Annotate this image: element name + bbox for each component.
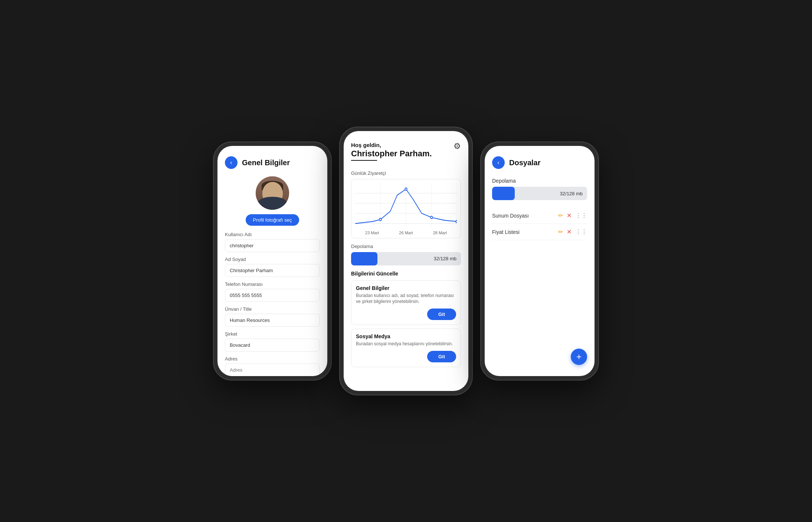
- phone-dashboard: Hoş geldin, Christopher Parham. ⚙ Günlük…: [339, 127, 473, 395]
- underline-bar: [351, 160, 377, 161]
- file-name-fiyat: Fiyat Listesi: [492, 229, 520, 235]
- update-section-title: Bilgilerini Güncelle: [351, 271, 461, 277]
- form-label: Kullanıcı Adı: [225, 232, 320, 237]
- svg-point-9: [405, 188, 407, 190]
- file-item-fiyat: Fiyat Listesi ✏ ✕ ⋮⋮: [492, 224, 587, 240]
- dosyalar-storage-label: Depolama: [492, 178, 587, 184]
- file-item-sunum: Sunum Dosyası ✏ ✕ ⋮⋮: [492, 208, 587, 224]
- welcome-name: Christopher Parham.: [351, 149, 432, 159]
- info-card-sosyal-title: Sosyal Medya: [356, 333, 456, 339]
- dosyalar-storage-text: 32/128 mb: [560, 191, 583, 196]
- file-more-icon-sunum[interactable]: ⋮⋮: [575, 212, 587, 219]
- file-edit-icon-fiyat[interactable]: ✏: [558, 228, 563, 235]
- form-input[interactable]: [225, 264, 320, 277]
- form-group: Kullanıcı Adı: [225, 232, 320, 252]
- welcome-text: Hoş geldin,: [351, 141, 432, 149]
- avatar-section: Profil fotoğrafı seç: [225, 176, 320, 226]
- form-group: Şirket: [225, 331, 320, 352]
- storage-text: 32/128 mb: [434, 256, 456, 261]
- screen-genel-bilgiler: ‹ Genel Bilgiler Profil fotoğrafı seç Ku…: [217, 146, 327, 376]
- profile-photo-button[interactable]: Profil fotoğrafı seç: [246, 214, 299, 226]
- phones-container: ‹ Genel Bilgiler Profil fotoğrafı seç Ku…: [213, 127, 599, 395]
- add-file-button[interactable]: +: [571, 349, 587, 365]
- chart-label: Günlük Ziyaretçi: [351, 170, 461, 176]
- welcome-block: Hoş geldin, Christopher Parham.: [351, 141, 432, 166]
- file-more-icon-fiyat[interactable]: ⋮⋮: [575, 228, 587, 235]
- file-name-sunum: Sunum Dosyası: [492, 213, 529, 219]
- avatar: [256, 176, 289, 210]
- form-group: Adres: [225, 356, 320, 376]
- storage-section: Depolama 32/128 mb: [351, 244, 461, 265]
- chart-label-28mart: 28 Mart: [433, 231, 447, 235]
- chart-x-labels: 23 Mart 26 Mart 28 Mart: [355, 231, 457, 235]
- file-delete-icon-sunum[interactable]: ✕: [567, 212, 572, 219]
- storage-bar: 32/128 mb: [351, 252, 461, 265]
- storage-label: Depolama: [351, 244, 461, 249]
- screen-dashboard: Hoş geldin, Christopher Parham. ⚙ Günlük…: [344, 131, 468, 391]
- svg-point-11: [456, 220, 457, 223]
- chart-container: 23 Mart 26 Mart 28 Mart: [351, 179, 461, 238]
- form-group: Ad Soyad: [225, 257, 320, 277]
- screen1-title: Genel Bilgiler: [242, 159, 290, 167]
- svg-point-8: [379, 218, 382, 221]
- phone-genel-bilgiler: ‹ Genel Bilgiler Profil fotoğrafı seç Ku…: [213, 141, 332, 381]
- screen3-header: ‹ Dosyalar: [492, 156, 587, 169]
- svg-point-10: [430, 216, 433, 219]
- storage-fill: [351, 252, 377, 265]
- phone-dosyalar: ‹ Dosyalar Depolama 32/128 mb Sunum Dosy…: [480, 141, 599, 381]
- info-card-genel-desc: Buradan kullanıcı adı, ad soyad, telefon…: [356, 293, 456, 305]
- form-label: Ünvan / Title: [225, 306, 320, 312]
- form-input[interactable]: [225, 289, 320, 302]
- form-input[interactable]: [225, 314, 320, 327]
- form-label: Telefon Numarası: [225, 281, 320, 287]
- form-label: Şirket: [225, 331, 320, 337]
- form-label: Ad Soyad: [225, 257, 320, 262]
- avatar-face: [256, 176, 289, 210]
- form-label: Adres: [225, 356, 320, 362]
- screen2-header: Hoş geldin, Christopher Parham. ⚙: [351, 141, 461, 166]
- file-delete-icon-fiyat[interactable]: ✕: [567, 228, 572, 235]
- file-actions-fiyat: ✏ ✕ ⋮⋮: [558, 228, 587, 235]
- form-input[interactable]: [225, 239, 320, 252]
- screen1-header: ‹ Genel Bilgiler: [225, 156, 320, 169]
- chart-label-26mart: 26 Mart: [399, 231, 413, 235]
- form-input[interactable]: [225, 363, 320, 376]
- git-button-genel[interactable]: Git: [427, 309, 456, 320]
- git-button-sosyal[interactable]: Git: [427, 351, 456, 362]
- form-group: Telefon Numarası: [225, 281, 320, 302]
- chart-label-23mart: 23 Mart: [365, 231, 379, 235]
- dosyalar-storage-fill: [492, 187, 515, 200]
- info-card-genel: Genel Bilgiler Buradan kullanıcı adı, ad…: [351, 280, 461, 325]
- file-edit-icon-sunum[interactable]: ✏: [558, 212, 563, 219]
- dosyalar-storage-bar: 32/128 mb: [492, 187, 587, 200]
- avatar-body: [258, 197, 287, 210]
- info-card-genel-title: Genel Bilgiler: [356, 285, 456, 291]
- dosyalar-title: Dosyalar: [509, 159, 541, 167]
- files-list: Sunum Dosyası ✏ ✕ ⋮⋮ Fiyat Listesi ✏ ✕ ⋮…: [492, 208, 587, 240]
- settings-icon[interactable]: ⚙: [454, 141, 461, 151]
- form-input[interactable]: [225, 339, 320, 352]
- visitor-chart: [355, 183, 457, 228]
- form-group: Ünvan / Title: [225, 306, 320, 327]
- info-card-sosyal-desc: Buradan sosyal medya hesaplarını yöneteb…: [356, 341, 456, 347]
- form-fields: Kullanıcı AdıAd SoyadTelefon NumarasıÜnv…: [225, 232, 320, 376]
- file-actions-sunum: ✏ ✕ ⋮⋮: [558, 212, 587, 219]
- screen-dosyalar: ‹ Dosyalar Depolama 32/128 mb Sunum Dosy…: [485, 146, 595, 376]
- info-card-sosyal: Sosyal Medya Buradan sosyal medya hesapl…: [351, 329, 461, 367]
- back-button[interactable]: ‹: [225, 156, 238, 169]
- dosyalar-back-button[interactable]: ‹: [492, 156, 505, 169]
